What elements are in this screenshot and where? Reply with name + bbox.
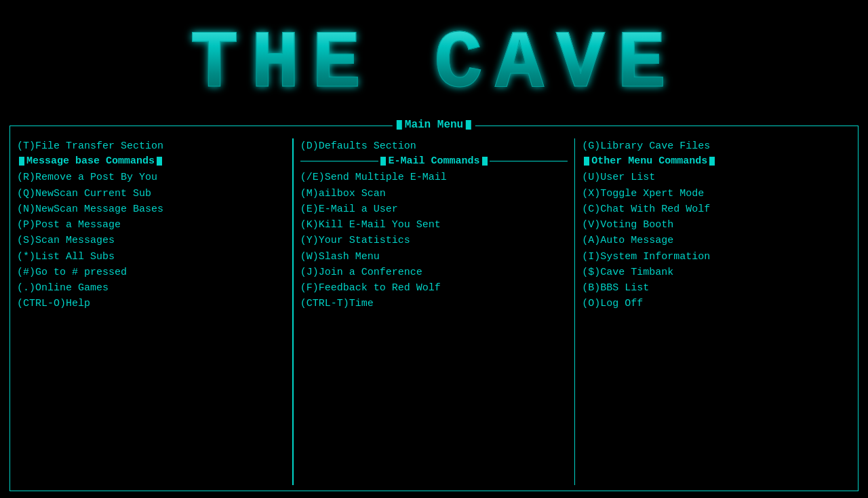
menu-container: Main Menu (T)File Transfer Section Messa… — [9, 126, 859, 491]
top-item-col2[interactable]: (D)Defaults Section — [300, 138, 568, 154]
hblock-left-col1 — [19, 157, 24, 166]
list-item[interactable]: (P)Post a Message — [17, 217, 285, 233]
list-item[interactable]: (#)Go to # pressed — [17, 265, 285, 280]
hblock-right-col3 — [709, 157, 715, 166]
title-block-right — [466, 120, 471, 130]
hblock-left-col2 — [380, 157, 386, 166]
list-item[interactable]: (N)NewScan Message Bases — [17, 202, 285, 217]
list-item[interactable]: (B)BBS List — [582, 280, 851, 296]
menu-col-1: (T)File Transfer Section Message base Co… — [10, 138, 293, 485]
section-header-col3: Other Menu Commands — [582, 155, 851, 167]
list-item[interactable]: (.)Online Games — [17, 280, 285, 296]
list-item[interactable]: (CTRL-O)Help — [17, 296, 285, 311]
list-item[interactable]: (K)Kill E-Mail You Sent — [300, 217, 568, 233]
list-item[interactable]: (V)Voting Booth — [582, 217, 851, 233]
list-item[interactable]: (R)Remove a Post By You — [17, 170, 285, 185]
list-item[interactable]: (CTRL-T)Time — [300, 296, 568, 311]
list-item[interactable]: (U)User List — [582, 170, 851, 185]
title-area: THE CAVE — [0, 0, 868, 126]
section-header-col1: Message base Commands — [17, 155, 285, 167]
list-item[interactable]: (E)E-Mail a User — [300, 202, 568, 217]
menu-items-col3: (U)User List (X)Toggle Xpert Mode (C)Cha… — [582, 170, 851, 311]
hline-right-col2 — [490, 161, 568, 161]
top-item-col3[interactable]: (G)Library Cave Files — [582, 138, 851, 154]
hblock-right-col2 — [482, 157, 488, 166]
hblock-right-col1 — [157, 157, 162, 166]
list-item[interactable]: (O)Log Off — [582, 296, 851, 311]
list-item[interactable]: (F)Feedback to Red Wolf — [300, 280, 568, 296]
hline-left-col2 — [300, 161, 379, 161]
list-item[interactable]: (S)Scan Messages — [17, 233, 285, 248]
list-item[interactable]: (I)System Information — [582, 249, 851, 265]
menu-col-3: (G)Library Cave Files Other Menu Command… — [575, 138, 858, 485]
list-item[interactable]: (A)Auto Message — [582, 233, 851, 248]
title-block-left — [397, 120, 402, 130]
list-item[interactable]: (X)Toggle Xpert Mode — [582, 186, 851, 202]
top-item-col1[interactable]: (T)File Transfer Section — [17, 138, 285, 154]
list-item[interactable]: (Y)Your Statistics — [300, 233, 568, 248]
menu-items-col2: (/E)Send Multiple E-Mail (M)ailbox Scan … — [300, 170, 568, 311]
menu-title-bar: Main Menu — [393, 119, 475, 131]
section-header-col2: E-Mail Commands — [300, 155, 568, 167]
list-item[interactable]: (W)Slash Menu — [300, 249, 568, 265]
app-title: THE CAVE — [190, 18, 678, 111]
list-item[interactable]: (*)List All Subs — [17, 249, 285, 265]
menu-title: Main Menu — [405, 119, 463, 131]
menu-items-col1: (R)Remove a Post By You (Q)NewScan Curre… — [17, 170, 285, 311]
list-item[interactable]: ($)Cave Timbank — [582, 265, 851, 280]
menu-col-2: (D)Defaults Section E-Mail Commands (/E)… — [293, 138, 576, 485]
list-item[interactable]: (J)Join a Conference — [300, 265, 568, 280]
menu-content: (T)File Transfer Section Message base Co… — [10, 126, 858, 491]
hblock-left-col3 — [584, 157, 589, 166]
list-item[interactable]: (Q)NewScan Current Sub — [17, 186, 285, 202]
list-item[interactable]: (M)ailbox Scan — [300, 186, 568, 202]
list-item[interactable]: (/E)Send Multiple E-Mail — [300, 170, 568, 185]
list-item[interactable]: (C)Chat With Red Wolf — [582, 202, 851, 217]
